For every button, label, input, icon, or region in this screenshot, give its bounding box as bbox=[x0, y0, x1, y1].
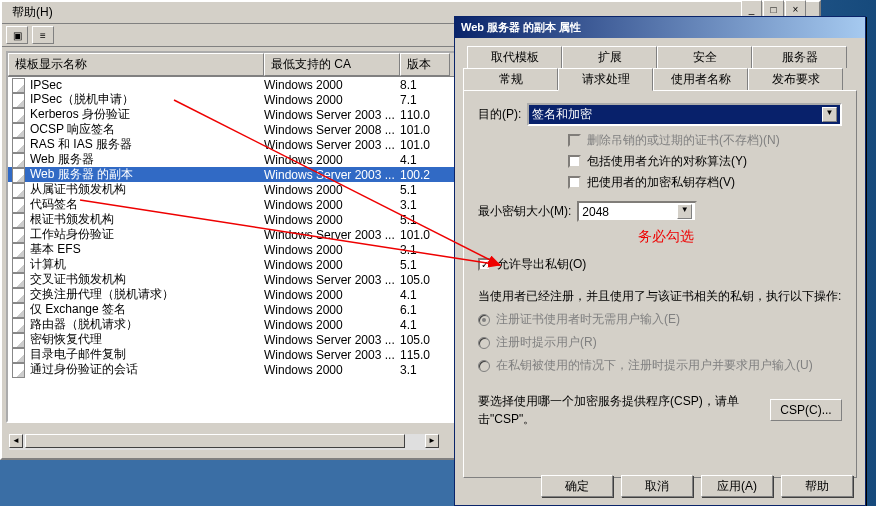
radio-no-input bbox=[478, 314, 490, 326]
scroll-thumb-h[interactable] bbox=[25, 434, 405, 448]
radio-prompt-key bbox=[478, 360, 490, 372]
scroll-right-icon[interactable]: ► bbox=[425, 434, 439, 448]
template-icon bbox=[12, 93, 26, 107]
row-ca: Windows 2000 bbox=[264, 288, 400, 302]
template-icon bbox=[12, 78, 26, 92]
radio-prompt-key-row: 在私钥被使用的情况下，注册时提示用户并要求用户输入(U) bbox=[478, 357, 842, 374]
tab-请求处理[interactable]: 请求处理 bbox=[558, 68, 653, 91]
cancel-button[interactable]: 取消 bbox=[621, 475, 693, 497]
tab-扩展[interactable]: 扩展 bbox=[562, 46, 657, 68]
cb-delete-label: 删除吊销的或过期的证书(不存档)(N) bbox=[587, 132, 780, 149]
csp-row: 要选择使用哪一个加密服务提供程序(CSP)，请单击"CSP"。 CSP(C)..… bbox=[478, 392, 842, 428]
min-key-label: 最小密钥大小(M): bbox=[478, 203, 571, 220]
annotation-text: 务必勾选 bbox=[638, 228, 842, 246]
row-ca: Windows Server 2003 ... bbox=[264, 348, 400, 362]
row-ca: Windows 2000 bbox=[264, 258, 400, 272]
purpose-value: 签名和加密 bbox=[532, 106, 592, 123]
row-ca: Windows 2000 bbox=[264, 318, 400, 332]
tab-container: 取代模板扩展安全服务器 常规请求处理使用者名称发布要求 目的(P): 签名和加密… bbox=[463, 46, 857, 478]
chevron-down-icon: ▼ bbox=[677, 204, 692, 219]
tab-panel-request-handling: 目的(P): 签名和加密 ▼ 删除吊销的或过期的证书(不存档)(N) 包括使用者… bbox=[463, 90, 857, 478]
template-icon bbox=[12, 243, 26, 257]
row-ca: Windows Server 2008 ... bbox=[264, 123, 400, 137]
template-icon bbox=[12, 348, 26, 362]
row-version: 5.1 bbox=[400, 183, 460, 197]
template-icon bbox=[12, 333, 26, 347]
checkbox-delete-revoked bbox=[568, 134, 581, 147]
tab-使用者名称[interactable]: 使用者名称 bbox=[653, 68, 748, 90]
horizontal-scrollbar[interactable]: ◄ ► bbox=[9, 434, 439, 450]
min-key-select[interactable]: 2048 ▼ bbox=[577, 201, 697, 222]
enrolled-text: 当使用者已经注册，并且使用了与该证书相关的私钥，执行以下操作: bbox=[478, 287, 842, 305]
dialog-buttons: 确定 取消 应用(A) 帮助 bbox=[541, 475, 853, 497]
dialog-title: Web 服务器 的副本 属性 bbox=[455, 17, 865, 38]
cb-delete-revoked-row: 删除吊销的或过期的证书(不存档)(N) bbox=[568, 132, 842, 149]
row-ca: Windows 2000 bbox=[264, 183, 400, 197]
row-ca: Windows 2000 bbox=[264, 213, 400, 227]
row-ca: Windows Server 2003 ... bbox=[264, 273, 400, 287]
tab-服务器[interactable]: 服务器 bbox=[752, 46, 847, 68]
tab-取代模板[interactable]: 取代模板 bbox=[467, 46, 562, 68]
column-header-version[interactable]: 版本 bbox=[400, 53, 450, 76]
checkbox-include-algo[interactable] bbox=[568, 155, 581, 168]
tab-常规[interactable]: 常规 bbox=[463, 68, 558, 90]
template-icon bbox=[12, 318, 26, 332]
row-ca: Windows 2000 bbox=[264, 153, 400, 167]
purpose-label: 目的(P): bbox=[478, 106, 521, 123]
row-version: 100.2 bbox=[400, 168, 460, 182]
template-icon bbox=[12, 228, 26, 242]
row-version: 4.1 bbox=[400, 153, 460, 167]
purpose-select[interactable]: 签名和加密 ▼ bbox=[527, 103, 842, 126]
row-ca: Windows Server 2003 ... bbox=[264, 108, 400, 122]
row-ca: Windows 2000 bbox=[264, 78, 400, 92]
row-ca: Windows 2000 bbox=[264, 93, 400, 107]
template-icon bbox=[12, 108, 26, 122]
row-version: 7.1 bbox=[400, 93, 460, 107]
row-ca: Windows Server 2003 ... bbox=[264, 228, 400, 242]
menu-help[interactable]: 帮助(H) bbox=[8, 3, 57, 21]
toolbar-button-2[interactable]: ≡ bbox=[32, 26, 54, 44]
radio-no-input-label: 注册证书使用者时无需用户输入(E) bbox=[496, 311, 680, 328]
row-version: 3.1 bbox=[400, 363, 460, 377]
template-icon bbox=[12, 123, 26, 137]
template-icon bbox=[12, 273, 26, 287]
template-icon bbox=[12, 288, 26, 302]
row-version: 101.0 bbox=[400, 138, 460, 152]
tab-发布要求[interactable]: 发布要求 bbox=[748, 68, 843, 90]
help-button[interactable]: 帮助 bbox=[781, 475, 853, 497]
template-icon bbox=[12, 258, 26, 272]
toolbar-button-1[interactable]: ▣ bbox=[6, 26, 28, 44]
checkbox-export-private-key[interactable] bbox=[478, 258, 491, 271]
ok-button[interactable]: 确定 bbox=[541, 475, 613, 497]
purpose-row: 目的(P): 签名和加密 ▼ bbox=[478, 103, 842, 126]
row-version: 3.1 bbox=[400, 243, 460, 257]
template-icon bbox=[12, 138, 26, 152]
row-name: IPSec bbox=[30, 78, 62, 92]
tab-安全[interactable]: 安全 bbox=[657, 46, 752, 68]
column-header-ca[interactable]: 最低支持的 CA bbox=[264, 53, 400, 76]
row-version: 8.1 bbox=[400, 78, 460, 92]
radio-prompt-key-label: 在私钥被使用的情况下，注册时提示用户并要求用户输入(U) bbox=[496, 357, 813, 374]
template-icon bbox=[12, 168, 26, 182]
cb-export-key-row: 允许导出私钥(O) bbox=[478, 256, 842, 273]
template-icon bbox=[12, 363, 26, 377]
csp-button[interactable]: CSP(C)... bbox=[770, 399, 842, 421]
cb-include-label: 包括使用者允许的对称算法(Y) bbox=[587, 153, 747, 170]
row-version: 4.1 bbox=[400, 288, 460, 302]
scroll-left-icon[interactable]: ◄ bbox=[9, 434, 23, 448]
apply-button[interactable]: 应用(A) bbox=[701, 475, 773, 497]
row-version: 105.0 bbox=[400, 273, 460, 287]
row-version: 4.1 bbox=[400, 318, 460, 332]
row-version: 101.0 bbox=[400, 123, 460, 137]
min-key-value: 2048 bbox=[582, 205, 609, 219]
template-icon bbox=[12, 198, 26, 212]
row-version: 110.0 bbox=[400, 108, 460, 122]
radio-prompt-row: 注册时提示用户(R) bbox=[478, 334, 842, 351]
checkbox-archive-key[interactable] bbox=[568, 176, 581, 189]
row-ca: Windows 2000 bbox=[264, 198, 400, 212]
cb-archive-key-row: 把使用者的加密私钥存档(V) bbox=[568, 174, 842, 191]
properties-dialog: Web 服务器 的副本 属性 取代模板扩展安全服务器 常规请求处理使用者名称发布… bbox=[454, 16, 866, 506]
tab-row-front: 常规请求处理使用者名称发布要求 bbox=[463, 68, 857, 90]
column-header-name[interactable]: 模板显示名称 bbox=[8, 53, 264, 76]
row-version: 5.1 bbox=[400, 213, 460, 227]
